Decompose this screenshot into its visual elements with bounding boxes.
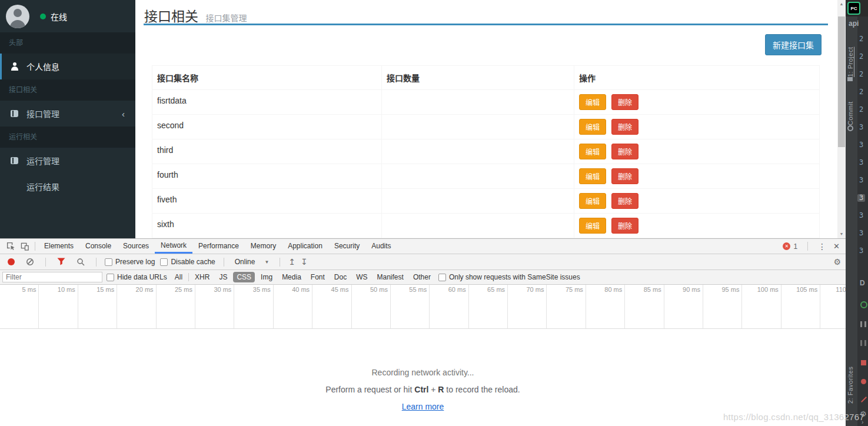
timeline-tick: 100 ms xyxy=(742,285,781,328)
sidebar-item-icon xyxy=(9,156,21,165)
filter-input[interactable] xyxy=(2,272,102,282)
sidebar-item-label: 运行相关 xyxy=(9,133,37,141)
timeline-tick: 50 ms xyxy=(352,285,391,328)
sidebar-item-profile[interactable]: 个人信息 xyxy=(0,54,135,79)
devtools-tab[interactable]: Performance xyxy=(192,239,245,254)
edit-button[interactable]: 编辑 xyxy=(579,218,606,234)
devtools-tab[interactable]: Security xyxy=(328,239,365,254)
ide-tab-database[interactable]: D xyxy=(860,279,865,287)
divider xyxy=(280,258,280,267)
pause-dim-icon[interactable] xyxy=(860,340,866,346)
delete-button[interactable]: 删除 xyxy=(611,94,638,110)
sidebar-item-icon xyxy=(9,109,21,118)
network-filter-bar: Hide data URLs All XHR JS CSS Img Media … xyxy=(0,270,846,285)
edit-button[interactable]: 编辑 xyxy=(579,94,606,110)
edit-button[interactable]: 编辑 xyxy=(579,119,606,135)
network-toolbar: Preserve log Disable cache Online ▼ ↥ ↧ … xyxy=(0,254,846,270)
cell-set-count xyxy=(382,189,574,214)
divider xyxy=(45,258,46,267)
ide-tab-project[interactable]: 1: Project xyxy=(847,33,854,84)
timeline-tick: 110 ms xyxy=(820,285,846,328)
rerun-icon[interactable] xyxy=(860,301,867,308)
throttling-select[interactable]: Online ▼ xyxy=(232,258,272,266)
devtools-tab[interactable]: Console xyxy=(79,239,117,254)
timeline-tick: 15 ms xyxy=(78,285,117,328)
timeline-tick: 40 ms xyxy=(274,285,312,328)
filter-type-pill[interactable]: CSS xyxy=(233,272,255,282)
devtools-tab[interactable]: Network xyxy=(155,239,192,254)
avatar[interactable] xyxy=(6,5,29,28)
samesite-checkbox[interactable]: Only show requests with SameSite issues xyxy=(438,273,580,281)
devtools-tab[interactable]: Sources xyxy=(117,239,155,254)
cell-set-count xyxy=(382,214,574,238)
sidebar-item-run-results[interactable]: 运行结果 xyxy=(0,174,135,199)
devtools-tab[interactable]: Application xyxy=(282,239,328,254)
ide-tab-favorites[interactable]: 2: Favorites xyxy=(847,330,854,404)
filter-type-pill[interactable]: WS xyxy=(352,272,371,282)
timeline-tick: 35 ms xyxy=(234,285,273,328)
delete-button[interactable]: 删除 xyxy=(611,119,638,135)
line-number: 2 xyxy=(859,35,865,43)
ide-strip: PC api 1: Project Commit 2: Favorites 2 … xyxy=(846,0,868,426)
new-interface-set-button[interactable]: 新建接口集 xyxy=(765,34,822,55)
devtools-tab[interactable]: Elements xyxy=(38,239,79,254)
search-icon[interactable] xyxy=(74,258,88,267)
edit-button[interactable]: 编辑 xyxy=(579,193,606,209)
delete-button[interactable]: 删除 xyxy=(611,168,638,184)
timeline-tick: 45 ms xyxy=(312,285,351,328)
scrollbar-thumb[interactable] xyxy=(838,16,845,147)
learn-more-link[interactable]: Learn more xyxy=(402,402,444,411)
filter-type-pill[interactable]: Manifest xyxy=(374,272,407,282)
inspect-element-icon[interactable] xyxy=(4,242,18,251)
breakpoint-icon[interactable] xyxy=(861,379,866,384)
devtools-tab[interactable]: Memory xyxy=(245,239,282,254)
error-badge[interactable]: ✕ 1 xyxy=(783,242,797,251)
export-har-icon[interactable]: ↧ xyxy=(301,257,308,267)
clear-icon[interactable] xyxy=(23,258,37,267)
filter-type-pill[interactable]: All xyxy=(171,272,186,282)
sidebar-item-label: 个人信息 xyxy=(26,61,59,72)
import-har-icon[interactable]: ↥ xyxy=(288,257,295,267)
devtools-tab[interactable]: Audits xyxy=(365,239,397,254)
network-settings-gear-icon[interactable]: ⚙ xyxy=(833,257,841,267)
devtools-menu-icon[interactable]: ⋮ xyxy=(818,242,826,251)
page-scrollbar[interactable]: ▲ ▼ xyxy=(837,0,846,238)
filter-type-pill[interactable]: Other xyxy=(410,272,434,282)
chevron-left-icon: ‹ xyxy=(122,109,125,119)
filter-type-pill[interactable]: Media xyxy=(278,272,305,282)
recording-message: Recording network activity... xyxy=(0,368,846,377)
filter-type-pill[interactable]: Img xyxy=(257,272,276,282)
timeline-tick: 65 ms xyxy=(469,285,508,328)
table-body: fisrtdata 编辑 删除 second 编辑 删除 xyxy=(152,90,819,238)
edit-button[interactable]: 编辑 xyxy=(579,144,606,159)
cell-set-name: third xyxy=(152,139,382,164)
scroll-down-button[interactable]: ▼ xyxy=(837,230,846,238)
hide-data-urls-checkbox[interactable]: Hide data URLs xyxy=(107,273,167,281)
cell-set-name: second xyxy=(152,115,382,139)
pause-icon[interactable] xyxy=(860,321,866,327)
ide-tab-commit[interactable]: Commit xyxy=(847,93,854,133)
preserve-log-checkbox[interactable]: Preserve log xyxy=(105,258,155,266)
filter-type-pill[interactable]: XHR xyxy=(191,272,213,282)
scroll-up-button[interactable]: ▲ xyxy=(837,0,846,8)
disable-cache-checkbox[interactable]: Disable cache xyxy=(160,258,215,266)
filter-type-pill[interactable]: Doc xyxy=(331,272,350,282)
filter-type-pill[interactable]: Font xyxy=(307,272,328,282)
filter-type-pill[interactable]: JS xyxy=(215,272,231,282)
device-toolbar-icon[interactable] xyxy=(18,242,32,251)
cell-set-count xyxy=(382,115,574,139)
sidebar-item-api-management[interactable]: 接口管理 ‹ xyxy=(0,101,135,127)
record-button[interactable] xyxy=(8,258,15,265)
delete-button[interactable]: 删除 xyxy=(611,144,638,159)
line-number: 2 xyxy=(859,106,865,114)
online-status-label: 在线 xyxy=(51,11,67,22)
sidebar-item-run-management[interactable]: 运行管理 xyxy=(0,148,135,174)
timeline-tick: 90 ms xyxy=(664,285,703,328)
edit-button[interactable]: 编辑 xyxy=(579,168,606,184)
delete-button[interactable]: 删除 xyxy=(611,218,638,234)
delete-button[interactable]: 删除 xyxy=(611,193,638,209)
devtools-close-icon[interactable]: ✕ xyxy=(833,242,840,251)
network-empty-state: Recording network activity... Perform a … xyxy=(0,368,846,411)
filter-icon[interactable] xyxy=(54,258,68,266)
stop-icon[interactable] xyxy=(861,360,866,365)
